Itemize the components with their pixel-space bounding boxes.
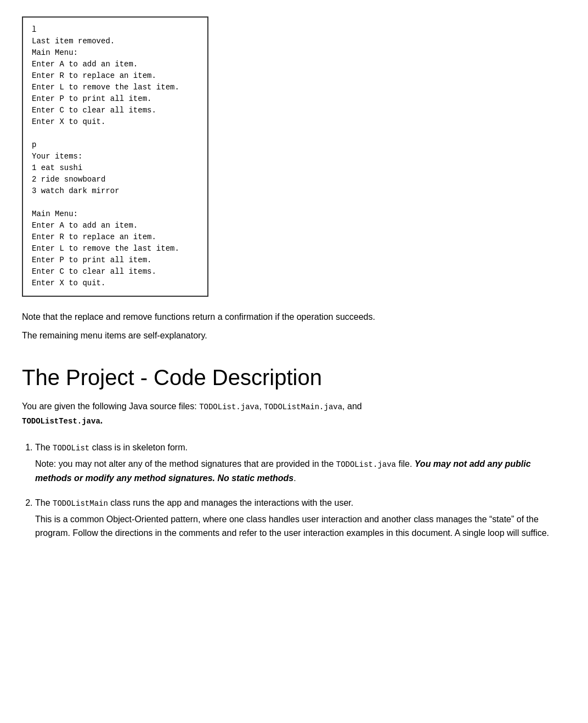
intro-between2: , and bbox=[342, 402, 362, 411]
item2-rest1: class runs the app and manages the inter… bbox=[108, 498, 353, 507]
item1-note2: file. bbox=[396, 459, 415, 468]
note-line1: Note that the replace and remove functio… bbox=[22, 310, 566, 324]
terminal-line: Main Menu: bbox=[32, 47, 199, 59]
terminal-line: Enter P to print all item. bbox=[32, 255, 199, 266]
item1-rest1: class is in skeleton form. bbox=[89, 443, 188, 452]
terminal-line: Enter R to replace an item. bbox=[32, 70, 199, 82]
terminal-line bbox=[32, 197, 199, 208]
terminal-line: 3 watch dark mirror bbox=[32, 185, 199, 197]
terminal-line: Enter L to remove the last item. bbox=[32, 243, 199, 255]
terminal-line: 2 ride snowboard bbox=[32, 174, 199, 185]
item2-before: The TODOListMain class runs the app and … bbox=[35, 498, 353, 507]
intro-file2: TODOListMain.java bbox=[264, 403, 342, 411]
terminal-line: Enter P to print all item. bbox=[32, 93, 199, 105]
intro-file3: TODOListTest.java bbox=[22, 417, 100, 426]
item2-note: This is a common Object-Oriented pattern… bbox=[35, 515, 549, 538]
intro-before: You are given the following Java source … bbox=[22, 402, 199, 411]
terminal-line: Enter A to add an item. bbox=[32, 220, 199, 231]
item2-code1: TODOListMain bbox=[53, 499, 108, 508]
list-item-2-note: This is a common Object-Oriented pattern… bbox=[35, 512, 566, 540]
terminal-line: Enter R to replace an item. bbox=[32, 231, 199, 243]
item1-code2: TODOList.java bbox=[336, 460, 396, 469]
list-item-2-content: The TODOListMain class runs the app and … bbox=[35, 496, 566, 510]
terminal-line: 1 eat sushi bbox=[32, 162, 199, 174]
terminal-line: Your items: bbox=[32, 151, 199, 162]
description-list: The TODOList class is in skeleton form. … bbox=[22, 440, 566, 540]
item1-code1: TODOList bbox=[53, 444, 89, 453]
intro-paragraph: You are given the following Java source … bbox=[22, 399, 566, 427]
intro-after: . bbox=[100, 416, 103, 425]
intro-file1: TODOList.java bbox=[199, 403, 259, 411]
item1-before: The TODOList class is in skeleton form. bbox=[35, 443, 188, 452]
terminal-line: Enter X to quit. bbox=[32, 116, 199, 128]
terminal-line bbox=[32, 128, 199, 139]
terminal-line: Main Menu: bbox=[32, 208, 199, 220]
intro-between1: , bbox=[259, 402, 264, 411]
terminal-line: Last item removed. bbox=[32, 36, 199, 47]
terminal-line: Enter C to clear all items. bbox=[32, 266, 199, 278]
list-item-2: The TODOListMain class runs the app and … bbox=[35, 496, 566, 540]
item1-end: . bbox=[293, 473, 296, 483]
terminal-line: Enter X to quit. bbox=[32, 278, 199, 289]
note-line2: The remaining menu items are self-explan… bbox=[22, 329, 566, 343]
terminal-line: Enter L to remove the last item. bbox=[32, 82, 199, 93]
section-title: The Project - Code Description bbox=[22, 364, 566, 391]
terminal-line: p bbox=[32, 139, 199, 151]
terminal-line: Enter C to clear all items. bbox=[32, 105, 199, 116]
list-item-1: The TODOList class is in skeleton form. … bbox=[35, 440, 566, 485]
list-item-1-note: Note: you may not alter any of the metho… bbox=[35, 457, 566, 485]
terminal-line: Enter A to add an item. bbox=[32, 59, 199, 70]
terminal-line: l bbox=[32, 24, 199, 36]
item1-note: Note: you may not alter any of the metho… bbox=[35, 459, 336, 468]
terminal-output: lLast item removed.Main Menu:Enter A to … bbox=[22, 16, 208, 297]
list-item-1-content: The TODOList class is in skeleton form. bbox=[35, 440, 566, 455]
